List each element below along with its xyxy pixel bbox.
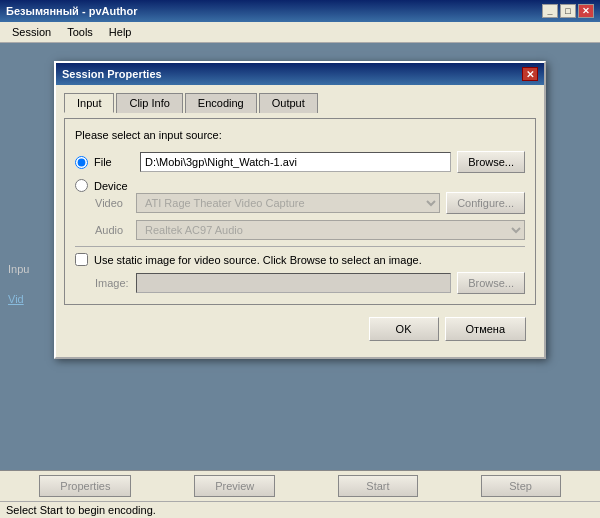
tab-input[interactable]: Input (64, 93, 114, 113)
bottom-buttons: Properties Preview Start Step (0, 471, 600, 502)
dialog-close-button[interactable]: ✕ (522, 67, 538, 81)
separator (75, 246, 525, 247)
title-bar-controls: _ □ ✕ (542, 4, 594, 18)
menu-session[interactable]: Session (4, 24, 59, 40)
file-radio[interactable] (75, 156, 88, 169)
video-label: Video (95, 197, 130, 209)
menu-bar: Session Tools Help (0, 22, 600, 43)
start-button[interactable]: Start (338, 475, 418, 497)
status-bar: Select Start to begin encoding. (0, 502, 600, 518)
tab-output[interactable]: Output (259, 93, 318, 113)
tab-clipinfo[interactable]: Clip Info (116, 93, 182, 113)
menu-help[interactable]: Help (101, 24, 140, 40)
image-label: Image: (95, 277, 130, 289)
side-label-vid: Vid (8, 293, 24, 305)
preview-button[interactable]: Preview (194, 475, 275, 497)
file-browse-button[interactable]: Browse... (457, 151, 525, 173)
audio-combo[interactable]: Realtek AC97 Audio (136, 220, 525, 240)
status-text: Select Start to begin encoding. (6, 504, 156, 516)
session-properties-dialog: Session Properties ✕ Input Clip Info Enc… (54, 61, 546, 359)
app-title-bar: Безымянный - pvAuthor _ □ ✕ (0, 0, 600, 22)
device-radio-label: Device (94, 180, 134, 192)
image-browse-button[interactable]: Browse... (457, 272, 525, 294)
tab-encoding[interactable]: Encoding (185, 93, 257, 113)
static-image-label: Use static image for video source. Click… (94, 254, 422, 266)
ok-button[interactable]: OK (369, 317, 439, 341)
close-button[interactable]: ✕ (578, 4, 594, 18)
step-button[interactable]: Step (481, 475, 561, 497)
video-row: Video ATI Rage Theater Video Capture Con… (95, 192, 525, 214)
app-window: Безымянный - pvAuthor _ □ ✕ Session Tool… (0, 0, 600, 518)
bottom-bar: Properties Preview Start Step Select Sta… (0, 470, 600, 518)
video-combo[interactable]: ATI Rage Theater Video Capture (136, 193, 440, 213)
audio-label: Audio (95, 224, 130, 236)
audio-row: Audio Realtek AC97 Audio (95, 220, 525, 240)
file-radio-label: File (94, 156, 134, 168)
static-image-checkbox[interactable] (75, 253, 88, 266)
image-path-input[interactable] (136, 273, 451, 293)
cancel-button[interactable]: Отмена (445, 317, 526, 341)
dialog-title: Session Properties (62, 68, 162, 80)
side-label-input: Inpu (8, 263, 29, 275)
device-radio-row: Device (75, 179, 525, 192)
main-content: Inpu Vid Session Properties ✕ Input Clip… (0, 43, 600, 470)
maximize-button[interactable]: □ (560, 4, 576, 18)
dialog-title-bar: Session Properties ✕ (56, 63, 544, 85)
device-section: Video ATI Rage Theater Video Capture Con… (75, 192, 525, 240)
file-input-group: Browse... (140, 151, 525, 173)
configure-button[interactable]: Configure... (446, 192, 525, 214)
dialog-footer: OK Отмена (64, 311, 536, 349)
menu-tools[interactable]: Tools (59, 24, 101, 40)
file-path-input[interactable] (140, 152, 451, 172)
properties-button[interactable]: Properties (39, 475, 131, 497)
tab-input-content: Please select an input source: File Brow… (64, 118, 536, 305)
static-image-row: Use static image for video source. Click… (75, 253, 525, 266)
device-radio[interactable] (75, 179, 88, 192)
tab-bar: Input Clip Info Encoding Output (64, 93, 536, 113)
minimize-button[interactable]: _ (542, 4, 558, 18)
dialog-body: Input Clip Info Encoding Output Please s… (56, 85, 544, 357)
file-radio-row: File Browse... (75, 151, 525, 173)
image-row: Image: Browse... (75, 272, 525, 294)
instruction-text: Please select an input source: (75, 129, 525, 141)
app-title: Безымянный - pvAuthor (6, 5, 138, 17)
